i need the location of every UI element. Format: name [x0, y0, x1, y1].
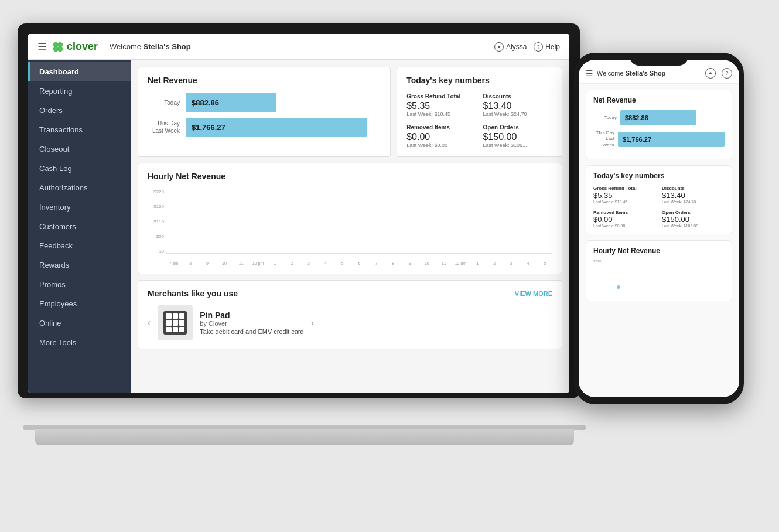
chart-x-label: 11 — [436, 261, 451, 265]
lastweek-value: $1,766.27 — [192, 123, 226, 132]
chart-x-label: 1 — [470, 261, 485, 265]
phone-today-bar: $882.86 — [620, 110, 696, 125]
phone-today-label: Today — [593, 115, 617, 121]
phone-welcome: Welcome Stella's Shop — [597, 70, 702, 77]
phone-lastweek-value: $1,766.27 — [623, 136, 651, 143]
phone-chart-area: $220 — [593, 260, 725, 295]
phone: ☰ Welcome Stella's Shop ● ? Net Revenue … — [574, 53, 744, 404]
chart-x-labels: 7 am89101112 pm123456789101112 am12345 — [166, 261, 552, 265]
chart-x-label: 5 — [335, 261, 350, 265]
phone-chart-y-label: $220 — [593, 260, 601, 263]
chart-x-label: 12 pm — [251, 261, 265, 265]
kn-gross-refund: Gross Refund Total $5.35 Last Week: $10.… — [406, 93, 476, 117]
merchant-item: ‹ Pin Pad by Clover — [148, 305, 552, 340]
chart-x-label: 5 — [538, 261, 552, 265]
phone-net-revenue-title: Net Revenue — [593, 96, 725, 104]
phone-today-bar-row: Today $882.86 — [593, 110, 725, 125]
merchants-header: Merchants like you use VIEW MORE — [148, 289, 552, 298]
phone-key-numbers: Today's key numbers Gross Refund Total $… — [586, 165, 732, 234]
sidebar-item-online[interactable]: Online — [28, 313, 131, 333]
key-numbers-title: Today's key numbers — [406, 76, 552, 85]
phone-hourly: Hourly Net Revenue $220 — [586, 240, 732, 301]
merchant-name: Pin Pad — [200, 311, 303, 320]
lastweek-label: This DayLast Week — [148, 120, 180, 135]
phone-kn-grid: Gross Refund Total $5.35 Last Week: $10.… — [593, 186, 725, 228]
net-revenue-card: Net Revenue Today $882.86 This — [138, 67, 391, 157]
chart-x-label: 10 — [419, 261, 434, 265]
welcome-text: Welcome Stella's Shop — [110, 42, 494, 51]
chart-x-label: 2 — [285, 261, 299, 265]
kn-discounts: Discounts $13.40 Last Week: $24.70 — [483, 93, 552, 117]
phone-kn-gross-refund: Gross Refund Total $5.35 Last Week: $10.… — [593, 186, 656, 204]
logo: clover — [52, 40, 98, 53]
merchant-image — [158, 305, 193, 340]
kn-open-orders: Open Orders $150.00 Last Week: $106... — [483, 124, 552, 148]
today-bar-row: Today $882.86 — [148, 93, 381, 112]
phone-kn-open-orders: Open Orders $150.00 Last Week: $106.00 — [662, 210, 725, 228]
sidebar-item-feedback[interactable]: Feedback — [28, 236, 131, 255]
chart-x-label: 8 — [183, 261, 198, 265]
phone-lastweek-label: This DayLast Week — [593, 130, 614, 148]
laptop-screen: ☰ clover Welcome Stella's Shop ● — [28, 34, 569, 393]
sidebar-item-dashboard[interactable]: Dashboard — [28, 62, 131, 81]
sidebar-item-rewards[interactable]: Rewards — [28, 255, 131, 275]
phone-bezel: ☰ Welcome Stella's Shop ● ? Net Revenue … — [574, 53, 744, 404]
merchant-by: by Clover — [200, 320, 303, 327]
phone-hamburger-icon[interactable]: ☰ — [586, 69, 593, 78]
sidebar-item-inventory[interactable]: Inventory — [28, 197, 131, 217]
chart-y-labels: $220 $165 $110 $55 $0 — [148, 189, 164, 254]
phone-screen: ☰ Welcome Stella's Shop ● ? Net Revenue … — [579, 60, 739, 397]
chart-x-label: 4 — [318, 261, 333, 265]
phone-today-value: $882.86 — [625, 114, 648, 121]
app-header: ☰ clover Welcome Stella's Shop ● — [28, 34, 569, 60]
today-value: $882.86 — [192, 98, 219, 107]
sidebar-item-orders[interactable]: Orders — [28, 101, 131, 120]
prev-arrow[interactable]: ‹ — [148, 318, 151, 328]
sidebar-item-cashlog[interactable]: Cash Log — [28, 159, 131, 178]
phone-help-icon[interactable]: ? — [722, 68, 732, 79]
user-menu[interactable]: ● Alyssa — [494, 42, 527, 52]
sidebar-item-closeout[interactable]: Closeout — [28, 139, 131, 159]
user-icon: ● — [494, 42, 504, 52]
chart-x-label: 1 — [268, 261, 282, 265]
sidebar-item-employees[interactable]: Employees — [28, 294, 131, 313]
view-more-link[interactable]: VIEW MORE — [515, 290, 552, 297]
sidebar-item-moretools[interactable]: More Tools — [28, 333, 131, 352]
phone-user-icon[interactable]: ● — [705, 68, 716, 79]
chart-x-label: 9 — [200, 261, 215, 265]
phone-lastweek-bar: $1,766.27 — [618, 132, 725, 147]
merchants-title: Merchants like you use — [148, 289, 238, 298]
svg-point-3 — [57, 46, 63, 52]
net-revenue-title: Net Revenue — [148, 76, 381, 85]
hourly-title: Hourly Net Revenue — [148, 172, 552, 181]
laptop-base — [35, 429, 574, 445]
chart-x-label: 4 — [521, 261, 535, 265]
sidebar-item-promos[interactable]: Promos — [28, 275, 131, 294]
sidebar-item-customers[interactable]: Customers — [28, 217, 131, 236]
logo-text: clover — [67, 40, 98, 53]
hamburger-icon[interactable]: ☰ — [37, 40, 47, 53]
phone-lastweek-bar-row: This DayLast Week $1,766.27 — [593, 130, 725, 148]
chart-x-label: 10 — [217, 261, 231, 265]
phone-kn-discounts: Discounts $13.40 Last Week: $24.70 — [662, 186, 725, 204]
chart-x-label: 7 am — [166, 261, 181, 265]
key-numbers-card: Today's key numbers Gross Refund Total $… — [397, 67, 562, 157]
sidebar-item-reporting[interactable]: Reporting — [28, 81, 131, 101]
chart-x-label: 6 — [352, 261, 367, 265]
sidebar-item-authorizations[interactable]: Authorizations — [28, 178, 131, 197]
header-right: ● Alyssa ? Help — [494, 42, 560, 52]
chart-x-label: 11 — [234, 261, 248, 265]
phone-notch — [630, 53, 688, 66]
help-icon: ? — [534, 42, 543, 52]
laptop: ☰ clover Welcome Stella's Shop ● — [18, 23, 592, 445]
chart-bars — [166, 189, 552, 254]
chart-x-label: 3 — [504, 261, 519, 265]
kn-removed-items: Removed Items $0.00 Last Week: $0.00 — [406, 124, 476, 148]
next-arrow[interactable]: › — [311, 318, 314, 328]
phone-chart-dot — [617, 285, 620, 289]
phone-hourly-title: Hourly Net Revenue — [593, 247, 725, 255]
phone-key-numbers-title: Today's key numbers — [593, 172, 725, 180]
chart-x-label: 3 — [302, 261, 316, 265]
sidebar-item-transactions[interactable]: Transactions — [28, 120, 131, 139]
help-button[interactable]: ? Help — [534, 42, 560, 52]
